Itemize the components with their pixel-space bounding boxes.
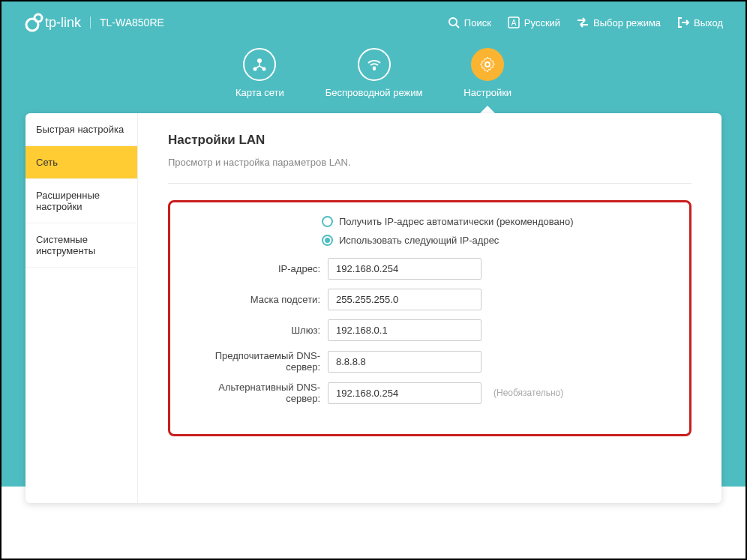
tab-settings-label: Настройки [464,87,512,98]
radio-unchecked-icon [322,216,333,227]
gateway-input[interactable] [328,319,482,341]
tab-network-map[interactable]: Карта сети [236,48,284,98]
tab-wireless[interactable]: Беспроводной режим [326,48,423,98]
sidebar: Быстрая настройка Сеть Расширенные настр… [26,113,138,503]
svg-text:A: A [512,19,517,27]
tab-map-label: Карта сети [236,87,284,98]
language-icon: A [508,16,520,28]
svg-line-3 [456,25,459,28]
settings-icon [471,48,504,81]
wireless-icon [358,48,391,81]
radio-checked-icon [322,235,333,246]
page-title: Настройки LAN [168,133,692,148]
tp-link-logo-icon [24,12,45,33]
dns2-label: Альтернативный DNS-сервер: [187,382,320,404]
page-description: Просмотр и настройка параметров LAN. [168,157,692,168]
search-label: Поиск [464,17,491,28]
subnet-mask-input[interactable] [328,289,482,310]
dns1-input[interactable] [328,351,482,373]
logout-button[interactable]: Выход [677,16,723,28]
gateway-label: Шлюз: [187,325,320,336]
mode-label: Выбор режима [593,17,661,28]
radio-manual-label: Использовать следующий IP-адрес [339,235,499,246]
language-button[interactable]: A Русский [508,16,560,28]
radio-auto-label: Получить IP-адрес автоматически (рекомен… [339,216,574,227]
brand-name: tp-link [45,15,81,31]
svg-point-6 [257,58,262,63]
sidebar-item-advanced[interactable]: Расширенные настройки [26,179,137,223]
dns2-input[interactable] [328,382,482,404]
mode-icon [577,16,589,28]
tab-wireless-label: Беспроводной режим [326,87,423,98]
logout-icon [677,16,689,28]
tab-settings[interactable]: Настройки [464,48,512,98]
divider [168,183,692,184]
search-button[interactable]: Поиск [448,16,491,28]
ip-address-label: IP-адрес: [187,263,320,274]
sidebar-item-system[interactable]: Системные инструменты [26,223,137,268]
model-name: TL-WA850RE [90,16,164,28]
network-map-icon [243,48,276,81]
dns1-label: Предпочитаемый DNS-сервер: [187,350,320,373]
lan-settings-form: Получить IP-адрес автоматически (рекомен… [168,200,692,436]
search-icon [448,16,460,28]
svg-point-2 [449,18,457,25]
radio-auto-ip[interactable]: Получить IP-адрес автоматически (рекомен… [322,216,673,227]
svg-point-9 [373,68,374,70]
mode-button[interactable]: Выбор режима [577,16,661,28]
ip-address-input[interactable] [328,258,482,280]
svg-point-1 [34,14,42,22]
sidebar-item-network[interactable]: Сеть [26,146,137,179]
radio-manual-ip[interactable]: Использовать следующий IP-адрес [322,235,673,246]
subnet-mask-label: Маска подсети: [187,294,320,305]
sidebar-item-quick-setup[interactable]: Быстрая настройка [26,113,137,146]
logout-label: Выход [694,17,723,28]
language-label: Русский [524,17,560,28]
dns2-hint: (Необязательно) [494,388,563,398]
